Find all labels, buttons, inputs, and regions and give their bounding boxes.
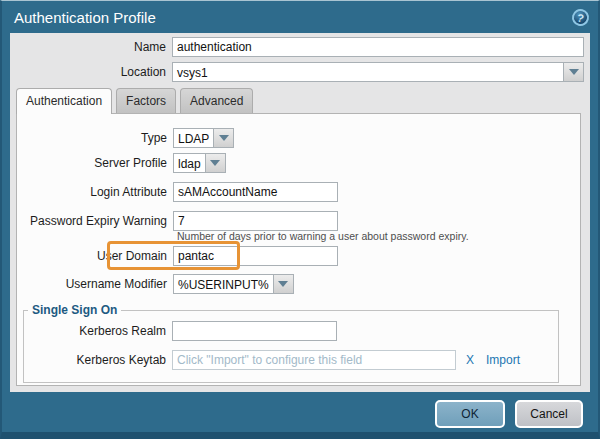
server-profile-value: ldap (174, 154, 205, 172)
type-field-row: Type LDAP (17, 128, 565, 148)
login-attribute-input[interactable] (173, 182, 338, 202)
login-attribute-label: Login Attribute (17, 185, 167, 199)
kerberos-keytab-label: Kerberos Keytab (24, 353, 166, 367)
single-sign-on-section: Single Sign On Kerberos Realm Kerberos K… (23, 303, 559, 383)
import-link[interactable]: Import (486, 353, 520, 367)
single-sign-on-legend: Single Sign On (28, 303, 121, 317)
kerberos-realm-input[interactable] (172, 321, 337, 341)
username-modifier-field-row: Username Modifier %USERINPUT% (17, 274, 565, 294)
chevron-down-icon[interactable] (213, 129, 233, 147)
chevron-down-icon[interactable] (205, 154, 225, 172)
username-modifier-select[interactable]: %USERINPUT% (173, 274, 294, 294)
password-expiry-field-row: Password Expiry Warning (17, 211, 565, 231)
password-expiry-hint: Number of days prior to warning a user a… (177, 230, 565, 242)
dialog-titlebar: Authentication Profile ? (2, 1, 598, 33)
tab-factors[interactable]: Factors (116, 88, 176, 113)
dialog-footer: OK Cancel (2, 392, 598, 432)
tab-bar: Authentication Factors Advanced (16, 88, 590, 113)
user-domain-input[interactable] (173, 246, 338, 266)
password-expiry-label: Password Expiry Warning (17, 214, 167, 228)
location-field-row: Location vsys1 (10, 62, 590, 82)
help-icon[interactable]: ? (570, 7, 591, 28)
type-label: Type (17, 131, 167, 145)
location-label: Location (10, 65, 166, 79)
login-attribute-field-row: Login Attribute (17, 182, 565, 202)
type-value: LDAP (174, 129, 213, 147)
name-input[interactable] (172, 37, 584, 57)
kerberos-keytab-field-row: Kerberos Keytab X Import (24, 350, 550, 370)
password-expiry-input[interactable] (173, 211, 338, 231)
user-domain-field-row: User Domain (17, 246, 565, 266)
dialog-title: Authentication Profile (14, 9, 156, 26)
kerberos-realm-label: Kerberos Realm (24, 324, 166, 338)
tab-panel-authentication: Type LDAP Server Profile ldap Login Attr… (16, 113, 581, 386)
chevron-down-icon[interactable] (563, 63, 583, 81)
name-label: Name (10, 40, 166, 54)
tab-authentication[interactable]: Authentication (16, 88, 112, 114)
name-field-row: Name (10, 37, 590, 57)
type-select[interactable]: LDAP (173, 128, 234, 148)
chevron-down-icon[interactable] (273, 275, 293, 293)
username-modifier-value: %USERINPUT% (174, 275, 273, 293)
location-value: vsys1 (173, 63, 563, 81)
kerberos-realm-field-row: Kerberos Realm (24, 321, 550, 341)
ok-button[interactable]: OK (435, 400, 505, 428)
location-select[interactable]: vsys1 (172, 62, 584, 82)
server-profile-label: Server Profile (17, 156, 167, 170)
authentication-profile-dialog: Authentication Profile ? Name Location v… (0, 0, 600, 439)
tab-advanced[interactable]: Advanced (180, 88, 253, 113)
server-profile-select[interactable]: ldap (173, 153, 226, 173)
server-profile-field-row: Server Profile ldap (17, 153, 565, 173)
cancel-button[interactable]: Cancel (515, 400, 583, 428)
user-domain-label: User Domain (17, 249, 167, 263)
kerberos-keytab-input[interactable] (172, 350, 456, 370)
clear-keytab-button[interactable]: X (466, 353, 474, 367)
username-modifier-label: Username Modifier (17, 277, 167, 291)
dialog-body: Name Location vsys1 Authentication Facto… (10, 33, 590, 392)
